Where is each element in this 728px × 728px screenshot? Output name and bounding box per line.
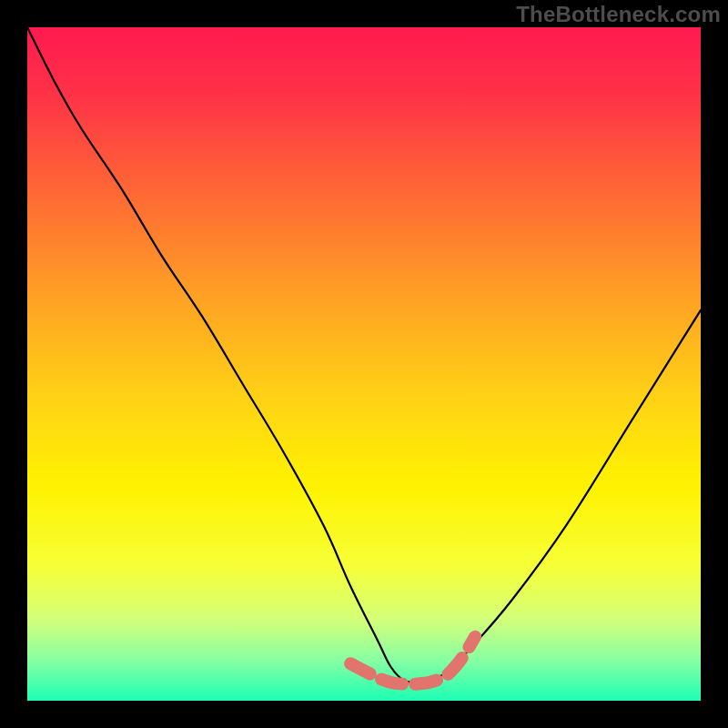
chart-frame: TheBottleneck.com [0,0,728,728]
watermark-text: TheBottleneck.com [516,2,721,27]
chart-svg [27,27,701,701]
gradient-background [27,27,701,701]
plot-area [27,27,701,701]
